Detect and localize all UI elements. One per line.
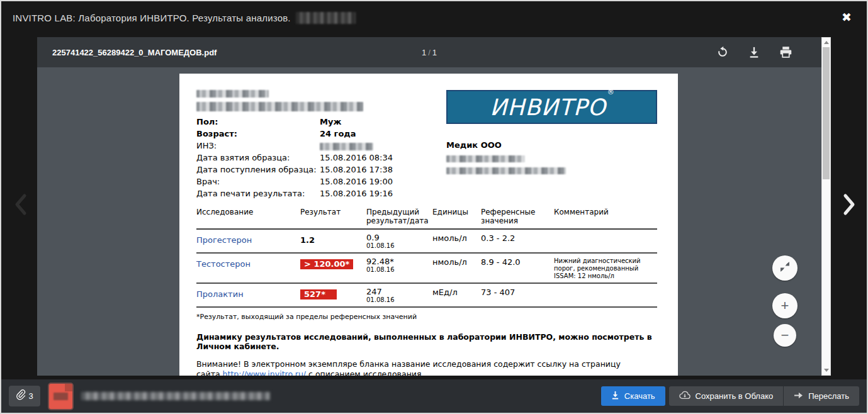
header-cell: Комментарий <box>554 208 657 225</box>
scroll-down-arrow[interactable] <box>822 366 830 374</box>
info-label: Возраст: <box>196 128 320 140</box>
secondary-actions: Сохранить в Облако Переслать <box>669 386 859 406</box>
info-value: 15.08.2016 19:16 <box>320 187 393 199</box>
info-value: Муж <box>320 116 341 128</box>
patient-block: Пол:МужВозраст:24 годаИНЗ:Дата взятия об… <box>196 90 443 199</box>
modal-title: INVITRO LAB: Лаборатория ИНВИТРО. Резуль… <box>13 13 291 23</box>
attachments-toggle[interactable]: 3 <box>9 386 40 406</box>
forward-arrow-icon <box>794 391 803 401</box>
org-name: Медик ООО <box>446 140 657 150</box>
patient-name-redacted <box>196 102 363 111</box>
invitro-logo-text: ИНВИТРО® <box>490 94 614 120</box>
rotate-icon <box>716 46 729 59</box>
units-cell: нмоль/л <box>432 257 481 280</box>
scrollbar-thumb[interactable] <box>823 47 830 179</box>
print-button[interactable] <box>779 45 792 59</box>
download-label: Скачать <box>624 391 655 401</box>
reference-cell: 0.3 - 2.2 <box>481 233 554 250</box>
reference-cell: 8.9 - 42.0 <box>481 257 554 280</box>
test-name-link[interactable]: Тестостерон <box>196 259 251 269</box>
info-label: Дата печати результата: <box>196 187 320 199</box>
dynamics-note: Динамику результатов исследований, выпол… <box>196 332 657 351</box>
save-to-cloud-button[interactable]: Сохранить в Облако <box>669 386 784 406</box>
test-name-cell: Тестостерон <box>196 257 300 280</box>
viewer-canvas: Пол:МужВозраст:24 годаИНЗ:Дата взятия об… <box>37 67 821 376</box>
paperclip-icon <box>16 389 26 403</box>
zoom-out-button[interactable]: − <box>774 324 796 347</box>
attention-note: Внимание! В электронном экземпляре бланк… <box>196 359 637 376</box>
pdf-label-redacted <box>54 393 68 400</box>
redacted-value <box>320 143 373 150</box>
results-table-header: ИсследованиеРезультатПредыдущий результа… <box>196 208 657 230</box>
attachment-viewer-modal: INVITRO LAB: Лаборатория ИНВИТРО. Резуль… <box>0 0 868 414</box>
patient-info-row: ИНЗ: <box>196 140 443 152</box>
previous-cell: 92.48*01.08.16 <box>366 257 432 280</box>
result-cell: 527* <box>300 288 366 304</box>
previous-value: 247 <box>366 288 432 296</box>
info-value: 15.08.2016 08:34 <box>320 152 393 164</box>
pdf-file-icon[interactable] <box>49 384 72 409</box>
pdf-toolbar: 225741422_56289422_0_МАГОМЕДОВ.pdf 1/1 <box>37 37 821 67</box>
close-icon[interactable]: ✖ <box>838 9 855 26</box>
folded-corner <box>65 384 72 391</box>
scroll-up-arrow[interactable] <box>822 38 830 47</box>
previous-cell: 0.901.08.16 <box>366 233 432 250</box>
table-row: Пролактин527*24701.08.16мЕд/л73 - 407 <box>196 284 657 308</box>
invitro-logo: ИНВИТРО® <box>446 90 657 124</box>
patient-info-row: Дата поступления образца:15.08.2016 17:3… <box>196 164 443 176</box>
download-button[interactable] <box>747 45 761 59</box>
forward-button[interactable]: Переслать <box>784 386 859 406</box>
header-cell: Исследование <box>196 208 300 225</box>
redacted-sender <box>296 12 356 24</box>
patient-info-row: Врач:15.08.2016 19:00 <box>196 176 443 187</box>
table-row: Тестостерон> 120.00*92.48*01.08.16нмоль/… <box>196 254 657 284</box>
page-separator: / <box>426 48 432 57</box>
test-name-link[interactable]: Пролактин <box>196 289 244 299</box>
cloud-icon <box>679 391 690 401</box>
modal-header: INVITRO LAB: Лаборатория ИНВИТРО. Резуль… <box>1 1 867 34</box>
page-total: 1 <box>432 48 437 57</box>
test-name-cell: Прогестерон <box>196 233 300 250</box>
org-phone-redacted <box>446 155 525 162</box>
print-icon <box>779 46 792 59</box>
document-header: Пол:МужВозраст:24 годаИНЗ:Дата взятия об… <box>196 90 657 199</box>
patient-id-redacted <box>196 90 269 98</box>
page-indicator: 1/1 <box>422 48 437 57</box>
info-value: 15.08.2016 19:00 <box>320 176 393 187</box>
comment-cell <box>554 233 657 250</box>
patient-info-row: Дата взятия образца:15.08.2016 08:34 <box>196 152 443 164</box>
download-icon-small <box>611 391 619 401</box>
info-label: Дата поступления образца: <box>196 164 320 176</box>
zoom-in-button[interactable]: + <box>772 293 798 318</box>
result-cell: > 120.00* <box>300 257 366 280</box>
cloud-label: Сохранить в Облако <box>696 391 774 401</box>
chevron-right-icon <box>842 192 857 220</box>
attachment-name-redacted <box>81 392 270 400</box>
previous-date: 01.08.16 <box>366 242 432 250</box>
clinic-block: ИНВИТРО® Медик ООО <box>446 90 657 199</box>
download-attachment-button[interactable]: Скачать <box>601 386 665 406</box>
table-row: Прогестерон1.20.901.08.16нмоль/л0.3 - 2.… <box>196 230 657 254</box>
patient-info-rows: Пол:МужВозраст:24 годаИНЗ:Дата взятия об… <box>196 116 443 199</box>
fit-zoom-button[interactable] <box>772 255 798 281</box>
header-cell: Результат <box>300 208 366 225</box>
results-table: ИсследованиеРезультатПредыдущий результа… <box>196 208 657 308</box>
comment-cell <box>554 288 657 304</box>
test-name-link[interactable]: Прогестерон <box>196 235 252 245</box>
comment-cell: Нижний диагностический порог, рекомендов… <box>554 257 657 280</box>
result-value: 1.2 <box>300 235 315 245</box>
patient-info-row: Возраст:24 года <box>196 128 443 140</box>
scrollbar[interactable] <box>821 37 831 376</box>
next-attachment-button[interactable] <box>838 190 860 221</box>
pdf-tools <box>716 45 792 59</box>
forward-label: Переслать <box>808 391 849 401</box>
invitro-link[interactable]: http://www.invitro.ru/ <box>223 369 307 376</box>
prev-attachment-button[interactable] <box>10 190 31 221</box>
download-icon <box>748 46 760 59</box>
rotate-button[interactable] <box>716 45 730 59</box>
pdf-filename: 225741422_56289422_0_МАГОМЕДОВ.pdf <box>52 48 217 57</box>
fit-to-screen-icon <box>779 261 791 275</box>
previous-date: 01.08.16 <box>366 266 432 274</box>
minus-icon: − <box>781 327 789 344</box>
result-cell: 1.2 <box>300 233 366 250</box>
